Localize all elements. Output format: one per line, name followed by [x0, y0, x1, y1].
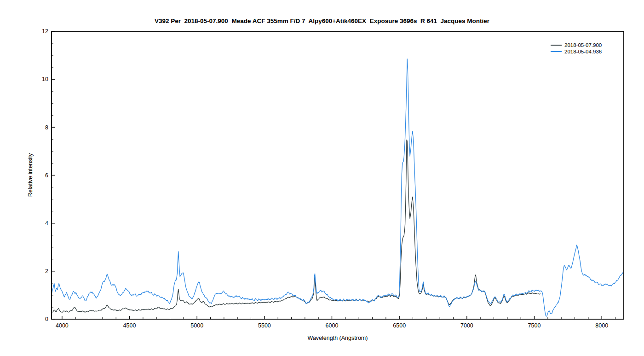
y-tick-label: 4: [45, 220, 48, 227]
y-tick-label: 0: [45, 316, 48, 322]
legend: 2018-05-07.9002018-05-04.936: [551, 42, 602, 55]
legend-entry: 2018-05-07.900: [551, 42, 602, 48]
legend-label: 2018-05-04.936: [564, 49, 602, 54]
series-line-1: [52, 59, 623, 316]
spectrum-plot: 4000450050005500600065007000750080000246…: [0, 0, 644, 356]
y-tick-label: 2: [45, 268, 48, 274]
legend-label: 2018-05-07.900: [564, 42, 602, 48]
x-tick-label: 5500: [258, 322, 271, 329]
plot-frame: [52, 31, 624, 319]
x-tick-label: 6500: [393, 322, 406, 329]
x-tick-label: 8000: [595, 322, 608, 329]
y-axis-label: Relative intensity: [27, 153, 34, 197]
x-axis-label: Wavelength (Angstrom): [52, 335, 624, 341]
legend-line-swatch: [551, 51, 562, 52]
y-tick-label: 12: [42, 28, 48, 35]
legend-line-swatch: [551, 45, 562, 46]
x-tick-label: 7500: [528, 322, 541, 329]
x-tick-label: 4000: [56, 322, 69, 329]
y-tick-label: 8: [45, 124, 48, 131]
spectrum-figure: V392 Per 2018-05-07.900 Meade ACF 355mm …: [0, 0, 644, 356]
x-tick-label: 4500: [123, 322, 136, 329]
x-tick-label: 5000: [190, 322, 203, 329]
y-tick-label: 6: [45, 172, 48, 179]
x-tick-label: 6000: [326, 322, 339, 329]
y-tick-label: 10: [42, 76, 48, 82]
legend-entry: 2018-05-04.936: [551, 48, 602, 55]
series-line-0: [52, 140, 540, 313]
x-tick-label: 7000: [460, 322, 473, 329]
